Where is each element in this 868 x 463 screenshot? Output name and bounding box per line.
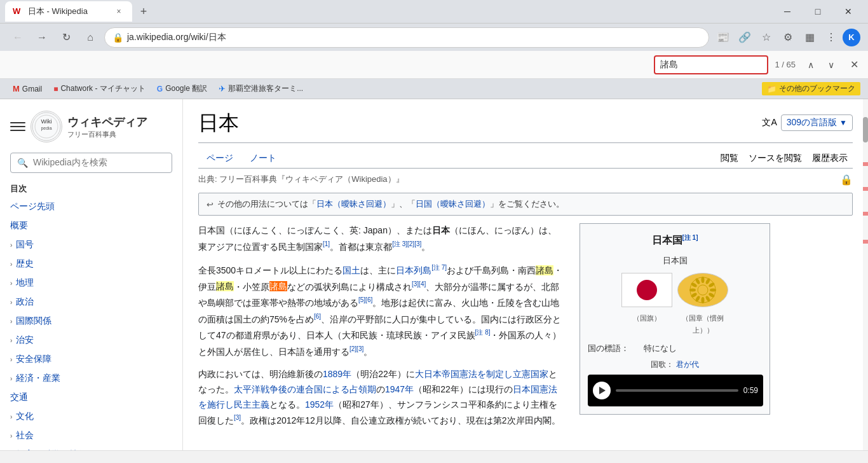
tab-note[interactable]: ノート [241,148,285,168]
sidebar-item-education[interactable]: › 教育・科学・技術 [0,445,182,450]
svg-point-5 [702,277,705,283]
tab-close-button[interactable]: × [113,6,125,17]
active-tab[interactable]: W 日本 - Wikipedia × [5,1,132,22]
minimize-button[interactable]: ─ [773,0,802,23]
reader-mode-icon[interactable]: 📰 [713,27,733,48]
google-translate-icon: G [157,85,163,93]
scrollbar-thumb[interactable] [863,117,868,142]
sidebar-item-transport[interactable]: 交通 [0,388,182,407]
chevron-geography-icon: › [10,280,12,287]
sidebar-label-history: 歴史 [16,258,34,270]
progress-bar[interactable] [616,389,738,392]
p2-ref23[interactable]: [2][3] [349,345,363,352]
page-content-wrap: 日本 文A 309の言語版 ▼ ページ ノート 閲覧 [183,99,868,450]
lang-chevron-icon: ▼ [839,118,847,127]
scrollbar-marker-3 [863,187,868,191]
toolbar-icons: 📰 🔗 ☆ ⚙ ▦ ⋮ K [713,27,860,48]
action-view[interactable]: 閲覧 [715,149,743,168]
home-button[interactable]: ⌂ [80,27,100,48]
p2-ref6[interactable]: [6] [314,313,321,320]
sidebar-item-kokugou[interactable]: › 国号 [0,235,182,254]
video-player[interactable]: 0:59 [588,375,763,406]
svg-point-17 [698,285,708,295]
play-button[interactable] [593,382,611,399]
anthem-val[interactable]: 君が代 [676,360,699,369]
p3-1952-link[interactable]: 1952年 [305,399,334,410]
sidebar-item-defense[interactable]: › 安全保障 [0,350,182,369]
profile-button[interactable]: K [843,29,860,46]
bookmark-gmail[interactable]: M Gmail [8,83,47,95]
infobox-title-ref: [注 1] [682,234,698,241]
sidebar-item-international[interactable]: › 国際関係 [0,312,182,331]
sidebar-toggle-icon[interactable]: ▦ [799,27,820,48]
bookmark-chatwork-label: Chatwork - マイチャット [60,83,145,94]
redirect-link-2[interactable]: 日国（曖昧さ回避） [416,199,490,209]
bookmark-star-icon[interactable]: ☆ [756,27,776,48]
new-tab-button[interactable]: + [135,3,153,20]
other-bookmarks[interactable]: 📁 その他のブックマーク [762,82,860,95]
p3-war-link[interactable]: 太平洋戦争後の連合国による占領期 [234,384,376,394]
sidebar-item-top[interactable]: ページ先頭 [0,197,182,216]
p2-ref-note8[interactable]: [注 8] [475,329,491,336]
hamburger-menu-button[interactable] [10,119,25,134]
p1-bold: 日本 [432,225,450,235]
share-icon[interactable]: 🔗 [735,27,755,48]
p3-constitution-link[interactable]: 大日本帝国憲法を制定し立憲国家 [415,369,548,379]
sidebar-item-overview[interactable]: 概要 [0,216,182,235]
chatwork-icon: ■ [53,85,58,93]
p3-ref3[interactable]: [3] [234,414,241,421]
p1-ref2[interactable]: [注 3][2][3] [392,240,421,247]
refresh-button[interactable]: ↻ [56,27,76,48]
p1-ref1[interactable]: [1] [323,240,330,247]
p2-archipelago-link[interactable]: 日本列島 [396,265,431,275]
p2-land-link[interactable]: 国土 [342,265,360,275]
sidebar-item-economy[interactable]: › 経済・産業 [0,369,182,388]
sidebar-item-geography[interactable]: › 地理 [0,273,182,293]
sidebar-item-culture[interactable]: › 文化 [0,407,182,426]
action-source[interactable]: ソースを閲覧 [743,149,807,168]
more-icon[interactable]: ⋮ [821,27,841,48]
sidebar-item-politics[interactable]: › 政治 [0,293,182,312]
chevron-defense-icon: › [10,356,12,363]
sidebar-label-defense: 安全保障 [16,354,51,365]
gmail-icon: M [13,84,20,93]
address-bar: ← → ↻ ⌂ 🔒 ja.wikipedia.org/wiki/日本 📰 🔗 ☆… [0,23,868,51]
address-input[interactable]: 🔒 ja.wikipedia.org/wiki/日本 [104,27,709,48]
close-button[interactable]: ✕ [834,0,863,23]
flag-circle-mark [637,280,657,300]
find-next-button[interactable]: ∨ [822,56,840,74]
infobox-motto: 国の標語： 特になし [588,342,762,356]
sidebar-item-history[interactable]: › 歴史 [0,254,182,273]
wiki-sidebar: Wiki pedia ウィキペディア フリー百科事典 🔍 Wikipedia内を… [0,99,183,450]
p3-1889-link[interactable]: 1889年 [323,369,351,379]
lang-btn[interactable]: 309の言語版 ▼ [781,114,853,131]
find-close-button[interactable]: ✕ [845,56,863,74]
chevron-society-icon: › [10,432,12,439]
wiki-logo[interactable]: Wiki pedia ウィキペディア フリー百科事典 [31,111,147,142]
maximize-button[interactable]: □ [803,0,832,23]
sidebar-item-security[interactable]: › 治安 [0,331,182,350]
wiki-logo-text-wrap: ウィキペディア フリー百科事典 [67,114,147,139]
sidebar-label-culture: 文化 [16,411,34,422]
find-bar: 1 / 65 ∧ ∨ ✕ [0,51,868,79]
sidebar-item-society[interactable]: › 社会 [0,426,182,445]
scrollbar-marker-2 [863,162,868,166]
bookmark-chatwork[interactable]: ■ Chatwork - マイチャット [48,82,151,95]
back-button[interactable]: ← [8,27,28,48]
bookmark-naha[interactable]: ✈ 那覇空港旅客ターミ... [214,82,308,95]
bookmark-google-translate[interactable]: G Google 翻訳 [152,82,212,95]
tab-title: 日本 - Wikipedia [28,6,108,17]
p2-ref56[interactable]: [5][6] [358,296,372,303]
p2-ref-note7[interactable]: [注 7] [431,264,447,271]
extension-icon[interactable]: ⚙ [778,27,798,48]
find-input-wrap [654,55,768,74]
action-history[interactable]: 履歴表示 [807,149,853,168]
p3-1947-link[interactable]: 1947年 [385,384,414,394]
tab-page[interactable]: ページ [198,148,241,168]
find-input[interactable] [660,60,749,70]
find-prev-button[interactable]: ∧ [802,56,820,74]
redirect-link-1[interactable]: 日本（曖昧さ回避） [316,199,391,209]
wiki-search-box[interactable]: 🔍 Wikipedia内を検索 [10,153,172,173]
forward-button[interactable]: → [32,27,52,48]
p2-ref34[interactable]: [3][4] [412,280,426,287]
